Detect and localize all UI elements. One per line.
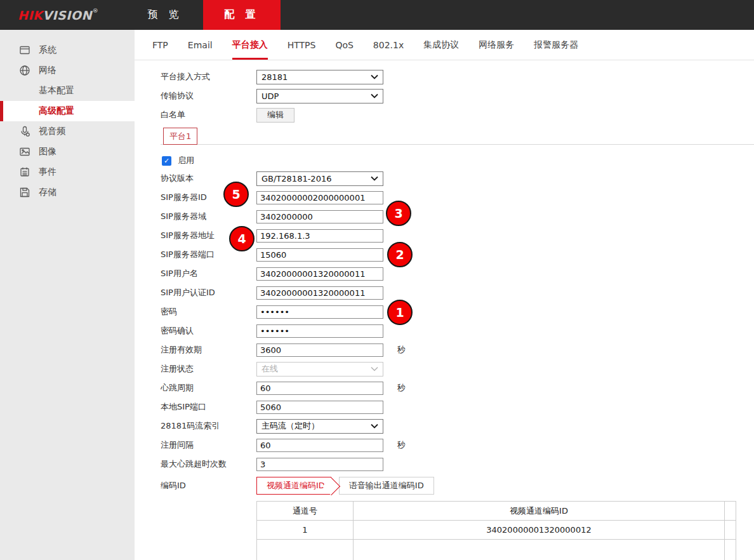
protocol-version-select[interactable]: GB/T28181-2016 [256, 171, 383, 186]
channel-number-header: 通道号 [257, 502, 354, 521]
local-sip-port-label: 本地SIP端口 [161, 401, 256, 413]
chevron-down-icon [371, 423, 378, 429]
table-header-row: 通道号 视频通道编码ID [257, 502, 736, 521]
sip-server-domain-input[interactable] [256, 210, 383, 223]
video-encoding-id-cell [354, 540, 725, 560]
sip-server-port-input[interactable] [256, 248, 383, 262]
tab-video-channel-encoding-id[interactable]: 视频通道编码ID [256, 477, 331, 495]
sip-username-input[interactable] [256, 267, 383, 281]
transport-protocol-label: 传输协议 [161, 90, 256, 102]
encoding-id-table-wrap: 通道号 视频通道编码ID 1 34020000001320000012 [256, 501, 754, 560]
platform-access-mode-select[interactable]: 28181 [256, 70, 383, 84]
registration-status-label: 注册状态 [161, 363, 256, 375]
transport-protocol-select[interactable]: UDP [256, 89, 383, 103]
sidebar-item-label: 高级配置 [39, 105, 74, 117]
sidebar-item-label: 基本配置 [39, 85, 74, 97]
step-badge-4: 4 [229, 226, 255, 251]
sidebar: 系统 网络 基本配置 高级配置 视音频 [0, 30, 135, 560]
spacer-cell [725, 521, 736, 540]
step-badge-5: 5 [223, 182, 249, 207]
tab-alarm-server[interactable]: 报警服务器 [534, 30, 578, 60]
sidebar-item-label: 网络 [39, 65, 56, 76]
password-input[interactable] [256, 305, 383, 319]
sidebar-item-event[interactable]: 事件 [0, 162, 135, 182]
platform-group-bar: 平台1 [161, 128, 754, 145]
seconds-unit: 秒 [397, 382, 406, 394]
video-encoding-id-cell: 34020000001320000012 [354, 521, 725, 540]
image-icon [19, 146, 30, 157]
sidebar-item-label: 视音频 [39, 126, 65, 137]
selected-value: 主码流（定时） [261, 420, 319, 432]
max-heartbeat-timeout-input[interactable] [256, 458, 383, 471]
sidebar-item-video-audio[interactable]: 视音频 [0, 121, 135, 142]
whitelist-label: 白名单 [161, 109, 256, 121]
tab-email[interactable]: Email [188, 30, 213, 60]
registration-validity-input[interactable] [256, 343, 383, 357]
logo-hik: HIK [18, 8, 43, 22]
protocol-version-label: 协议版本 [161, 173, 256, 184]
tab-ftp[interactable]: FTP [152, 30, 168, 60]
tab-qos[interactable]: QoS [335, 30, 353, 60]
tab-https[interactable]: HTTPS [288, 30, 316, 60]
registration-interval-label: 注册间隔 [161, 439, 256, 451]
tab-platform-1[interactable]: 平台1 [163, 128, 197, 145]
tab-integration-protocol[interactable]: 集成协议 [423, 30, 459, 60]
sip-auth-id-input[interactable] [256, 286, 383, 300]
registration-validity-label: 注册有效期 [161, 344, 256, 356]
local-sip-port-input[interactable] [256, 401, 383, 414]
main-row: 系统 网络 基本配置 高级配置 视音频 [0, 30, 754, 560]
sip-server-id-input[interactable] [256, 191, 383, 204]
settings-tab-bar: FTP Email 平台接入 HTTPS QoS 802.1x 集成协议 网络服… [135, 30, 754, 60]
stream-index-select[interactable]: 主码流（定时） [256, 419, 383, 434]
microphone-icon [19, 126, 30, 137]
tab-audio-output-channel-encoding-id[interactable]: 语音输出通道编码ID [339, 477, 434, 495]
channel-number-cell: 1 [257, 521, 354, 540]
event-icon [19, 166, 30, 178]
sidebar-item-storage[interactable]: 存储 [0, 182, 135, 203]
whitelist-edit-button[interactable]: 编辑 [256, 108, 294, 123]
top-bar: HIKVISION® 预 览 配 置 [0, 0, 754, 30]
chevron-down-icon [371, 176, 378, 181]
system-icon [19, 44, 30, 56]
platform-access-mode-label: 平台接入方式 [161, 71, 256, 83]
registered-mark: ® [93, 8, 99, 14]
page: 5 3 4 2 1 HIKVISION® 预 览 配 置 系统 网络 [0, 0, 754, 560]
password-confirm-input[interactable] [256, 324, 383, 338]
sidebar-item-basic-config[interactable]: 基本配置 [0, 81, 135, 101]
enable-checkbox[interactable]: ✓ [162, 156, 171, 166]
sidebar-item-image[interactable]: 图像 [0, 142, 135, 162]
seconds-unit: 秒 [397, 344, 406, 356]
tab-802-1x[interactable]: 802.1x [373, 30, 404, 60]
encoding-id-table: 通道号 视频通道编码ID 1 34020000001320000012 [256, 501, 736, 560]
password-confirm-label: 密码确认 [161, 325, 256, 337]
sip-server-domain-label: SIP服务器域 [161, 211, 256, 222]
nav-preview[interactable]: 预 览 [127, 0, 203, 30]
heartbeat-interval-label: 心跳周期 [161, 382, 256, 394]
sidebar-item-label: 系统 [39, 44, 56, 56]
sip-server-address-input[interactable] [256, 229, 383, 243]
floppy-disk-icon [19, 187, 30, 198]
step-badge-2: 2 [387, 242, 413, 267]
content-area: FTP Email 平台接入 HTTPS QoS 802.1x 集成协议 网络服… [135, 30, 754, 560]
spacer-column-header [725, 502, 736, 521]
step-badge-1: 1 [387, 300, 413, 325]
sip-username-label: SIP用户名 [161, 268, 256, 279]
heartbeat-interval-input[interactable] [256, 382, 383, 395]
sidebar-item-label: 存储 [39, 187, 56, 198]
sidebar-item-system[interactable]: 系统 [0, 40, 135, 60]
selected-value: GB/T28181-2016 [261, 174, 331, 183]
selected-value: 28181 [261, 72, 288, 82]
tab-network-service[interactable]: 网络服务 [479, 30, 514, 60]
chevron-down-icon [371, 93, 378, 98]
sidebar-item-advanced-config[interactable]: 高级配置 [0, 101, 135, 121]
sidebar-item-label: 图像 [39, 146, 56, 157]
registration-status-select: 在线 [256, 362, 383, 377]
logo-vision: VISION [43, 8, 92, 22]
seconds-unit: 秒 [397, 439, 406, 451]
registration-interval-input[interactable] [256, 439, 383, 452]
network-icon [19, 65, 30, 76]
table-row: 1 34020000001320000012 [257, 521, 736, 540]
sidebar-item-network[interactable]: 网络 [0, 60, 135, 81]
tab-platform-access[interactable]: 平台接入 [232, 30, 268, 60]
nav-configuration[interactable]: 配 置 [203, 0, 281, 30]
